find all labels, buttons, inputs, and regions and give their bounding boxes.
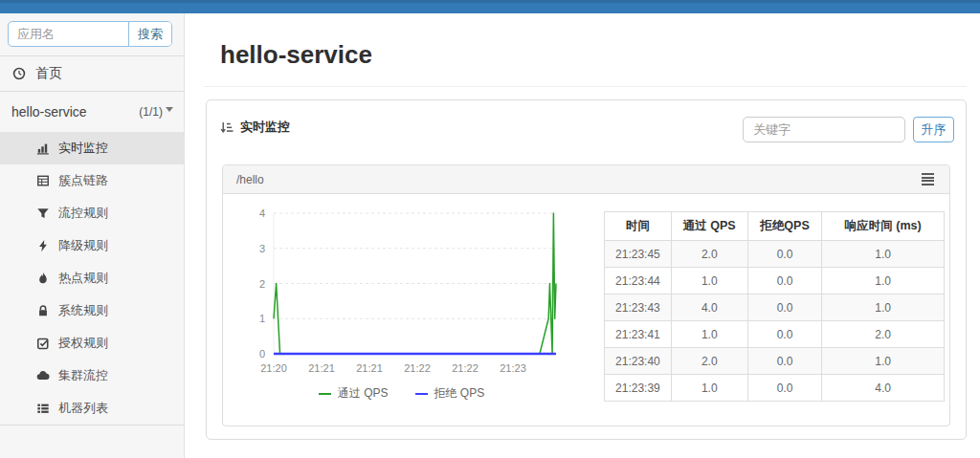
chevron-down-icon [166,107,173,112]
menu-item-label: 机器列表 [58,400,108,417]
app-search-group: 搜索 [8,21,172,47]
qps-table-row: 21:23:411.00.02.0 [605,321,945,348]
legend-dash-icon [415,393,428,395]
check-square-icon [36,337,50,350]
sidebar-menu-item-6[interactable]: 授权规则 [0,327,185,360]
qps-table-cell: 21:23:41 [605,321,672,348]
qps-table-cell: 1.0 [671,268,747,294]
sidebar: 搜索 首页 hello-service (1/1) 实时监控簇点链路流控规则降级… [0,13,185,458]
list-icon [36,402,50,415]
qps-table-body: 21:23:452.00.01.021:23:441.00.01.021:23:… [605,241,945,402]
svg-text:1: 1 [259,313,265,324]
qps-table-row: 21:23:441.00.01.0 [605,268,945,294]
chart-legend: 通过 QPS拒绝 QPS [236,385,567,402]
app-name: hello-service [11,104,139,120]
qps-table-cell: 2.0 [822,321,945,348]
sidebar-menu-item-7[interactable]: 集群流控 [0,360,185,392]
qps-table-header-cell: 通过 QPS [671,212,747,241]
qps-table-cell: 21:23:44 [605,268,672,294]
qps-chart: 0123421:2021:2121:2121:2221:2221:23 [236,207,567,378]
qps-table-header-cell: 响应时间 (ms) [822,212,945,241]
fire-icon [36,272,50,285]
sidebar-menu-item-4[interactable]: 热点规则 [0,262,185,294]
keyword-input[interactable] [743,117,905,142]
svg-text:21:22: 21:22 [452,362,479,374]
lock-icon [36,304,50,317]
sidebar-menu-item-0[interactable]: 实时监控 [0,132,185,164]
sidebar-menu-item-2[interactable]: 流控规则 [0,197,185,229]
menu-item-label: 集群流控 [58,367,108,384]
sidebar-menu-item-8[interactable]: 机器列表 [0,392,185,425]
legend-dash-icon [319,393,331,395]
legend-item[interactable]: 通过 QPS [319,385,389,402]
menu-item-label: 流控规则 [58,205,108,222]
qps-table: 时间通过 QPS拒绝QPS响应时间 (ms) 21:23:452.00.01.0… [604,211,945,402]
qps-table-header-cell: 时间 [605,212,672,241]
qps-table-header-row: 时间通过 QPS拒绝QPS响应时间 (ms) [605,212,945,241]
qps-table-row: 21:23:391.00.04.0 [605,375,945,402]
qps-table-cell: 0.0 [747,268,822,294]
qps-table-row: 21:23:452.00.01.0 [605,241,945,268]
sidebar-menu: 实时监控簇点链路流控规则降级规则热点规则系统规则授权规则集群流控机器列表 [0,132,185,425]
app-search-input[interactable] [9,22,128,46]
qps-table-cell: 0.0 [747,321,822,348]
qps-table-cell: 2.0 [671,241,747,268]
svg-text:21:21: 21:21 [356,362,383,374]
cloud-icon [36,369,50,382]
top-navbar [0,0,980,13]
legend-label: 通过 QPS [338,385,389,402]
svg-text:2: 2 [259,278,265,290]
filter-icon [36,207,50,220]
hamburger-icon[interactable] [920,171,936,187]
resource-card-body: 0123421:2021:2121:2121:2221:2221:23 通过 Q… [223,194,949,426]
resource-card: /hello 0123421:2021:2121:2121:2221:2221:… [222,164,950,426]
realtime-monitor-panel: 实时监控 升序 /hello 0123421:2021:2121:2121:22… [206,99,967,440]
menu-item-label: 簇点链路 [58,172,108,189]
qps-table-row: 21:23:402.00.01.0 [605,348,945,375]
qps-table-cell: 1.0 [822,294,945,321]
legend-label: 拒绝 QPS [434,385,485,402]
qps-table-cell: 21:23:40 [605,348,672,375]
dashboard-icon [12,67,26,80]
svg-text:0: 0 [259,348,265,360]
bolt-icon [36,239,50,252]
home-label: 首页 [35,65,62,82]
qps-table-cell: 1.0 [822,268,945,294]
menu-item-label: 实时监控 [58,140,108,157]
divider [0,425,185,425]
qps-table-cell: 1.0 [671,375,747,402]
panel-heading: 实时监控 [219,119,290,136]
sidebar-item-home[interactable]: 首页 [0,55,185,91]
sidebar-menu-item-1[interactable]: 簇点链路 [0,164,185,197]
app-machine-count-badge: (1/1) [139,105,163,119]
menu-item-label: 授权规则 [58,335,108,352]
legend-item[interactable]: 拒绝 QPS [415,385,485,402]
resource-name: /hello [236,173,264,186]
qps-table-row: 21:23:434.00.01.0 [605,294,945,321]
qps-table-cell: 4.0 [671,294,747,321]
qps-table-cell: 0.0 [747,241,822,268]
sidebar-app-hello-service[interactable]: hello-service (1/1) [0,91,185,132]
resource-card-header: /hello [223,165,949,194]
svg-text:21:22: 21:22 [404,362,431,374]
menu-item-label: 降级规则 [58,237,108,254]
app-search-button[interactable]: 搜索 [128,22,171,46]
qps-table-cell: 0.0 [747,294,822,321]
sort-order-button[interactable]: 升序 [913,117,954,142]
menu-item-label: 系统规则 [58,302,108,319]
qps-table-cell: 2.0 [671,348,747,375]
qps-table-cell: 21:23:39 [605,375,672,402]
svg-text:21:23: 21:23 [500,362,526,374]
page-title: hello-service [220,40,372,70]
qps-table-cell: 1.0 [822,241,945,268]
qps-table-cell: 4.0 [822,375,945,402]
qps-table-cell: 21:23:43 [605,294,672,321]
svg-text:21:21: 21:21 [308,362,335,374]
bar-chart-icon [36,142,50,155]
sidebar-menu-item-3[interactable]: 降级规则 [0,229,185,262]
title-divider [204,86,967,87]
table-icon [36,174,50,187]
qps-table-header-cell: 拒绝QPS [747,212,822,241]
sort-icon [219,120,234,135]
sidebar-menu-item-5[interactable]: 系统规则 [0,294,185,327]
